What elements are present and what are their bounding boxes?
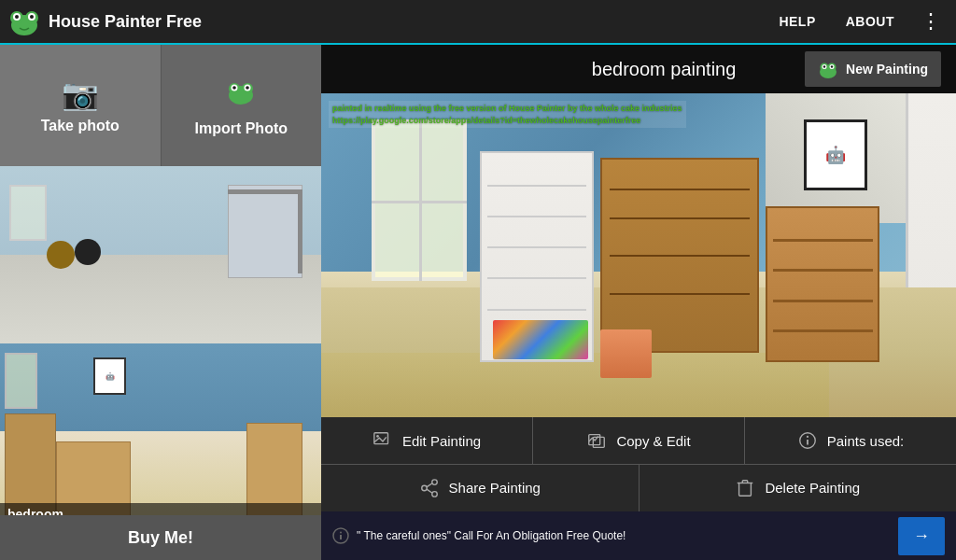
take-photo-label: Take photo [41, 118, 120, 134]
copy-edit-icon [586, 430, 607, 451]
thumbnails-list: 🤖 bedroom [0, 166, 321, 515]
delete-painting-label: Delete Painting [765, 479, 860, 497]
notification-arrow-label: → [913, 526, 930, 545]
share-painting-label: Share Painting [449, 479, 541, 497]
action-row-1: Edit Painting Copy & Edit [321, 417, 956, 465]
svg-point-28 [431, 480, 437, 485]
trash-icon [735, 478, 755, 498]
svg-point-29 [421, 485, 427, 491]
copy-edit-label: Copy & Edit [616, 433, 690, 449]
share-painting-button[interactable]: Share Painting [321, 465, 640, 511]
new-painting-button[interactable]: New Painting [805, 51, 941, 87]
app-logo-area: House Painter Free [7, 5, 767, 38]
copy-edit-button[interactable]: Copy & Edit [533, 417, 745, 464]
import-frog-icon [224, 75, 258, 108]
thumbnail-item[interactable]: 🤖 bedroom [0, 343, 321, 515]
svg-point-19 [823, 65, 825, 67]
buy-button[interactable]: Buy Me! [0, 515, 321, 560]
take-photo-button[interactable]: 📷 Take photo [0, 45, 162, 166]
paints-used-button[interactable]: Paints used: [745, 417, 956, 464]
import-icon [224, 75, 258, 115]
edit-painting-icon [373, 430, 393, 451]
main-layout: 📷 Take photo Import Photo [0, 45, 956, 560]
new-painting-label: New Painting [846, 62, 928, 77]
svg-point-35 [340, 532, 342, 534]
watermark-line2: https://play.google.com/store/apps/detai… [332, 115, 682, 127]
edit-painting-button[interactable]: Edit Painting [321, 417, 533, 464]
action-bar: Edit Painting Copy & Edit [321, 417, 956, 511]
watermark-line1: painted in realtime using the free versi… [332, 103, 682, 115]
right-top-bar: bedroom painting New Painting [321, 45, 956, 93]
info-icon [797, 430, 818, 451]
svg-line-31 [427, 483, 432, 487]
notification-text: " The careful ones" Call For An Obligati… [357, 528, 891, 544]
photo-buttons-bar: 📷 Take photo Import Photo [0, 45, 321, 166]
help-button[interactable]: HELP [767, 8, 826, 35]
camera-icon: 📷 [62, 77, 99, 112]
edit-painting-label: Edit Painting [402, 433, 481, 449]
app-title: House Painter Free [49, 12, 202, 32]
thumbnail-image-1 [0, 166, 321, 343]
delete-painting-button[interactable]: Delete Painting [640, 465, 957, 511]
paints-used-label: Paints used: [827, 433, 905, 449]
svg-point-5 [15, 15, 19, 19]
svg-point-12 [232, 86, 236, 90]
app-logo-icon [7, 5, 41, 38]
main-painting-area: 🤖 painted in realtime using the free ver… [321, 93, 956, 417]
import-photo-label: Import Photo [194, 120, 288, 137]
share-icon [419, 478, 440, 498]
action-row-2: Share Painting Delete Painting [321, 465, 956, 511]
thumbnail-image-2: 🤖 [0, 343, 321, 515]
watermark-text: painted in realtime using the free versi… [329, 101, 686, 128]
import-photo-button[interactable]: Import Photo [162, 45, 322, 166]
overflow-menu-button[interactable]: ⋮ [913, 6, 949, 37]
svg-point-27 [807, 436, 808, 438]
top-bar-actions: HELP ABOUT ⋮ [767, 6, 949, 37]
notification-info-icon [332, 527, 349, 544]
svg-point-6 [30, 15, 34, 19]
about-button[interactable]: ABOUT [835, 8, 906, 35]
svg-point-30 [431, 492, 437, 497]
new-painting-icon [818, 59, 838, 79]
svg-point-22 [376, 435, 379, 438]
svg-rect-24 [594, 437, 605, 447]
notification-arrow-button[interactable]: → [898, 517, 945, 555]
left-panel: 📷 Take photo Import Photo [0, 45, 321, 560]
right-panel: bedroom painting New Painting [321, 45, 956, 560]
svg-line-32 [427, 489, 432, 493]
painting-title: bedroom painting [523, 59, 805, 80]
thumbnail-label: bedroom [0, 503, 321, 515]
svg-point-20 [831, 65, 833, 67]
notification-bar: " The careful ones" Call For An Obligati… [321, 511, 956, 560]
thumbnail-item[interactable] [0, 166, 321, 343]
top-bar: House Painter Free HELP ABOUT ⋮ [0, 0, 956, 45]
svg-point-13 [246, 86, 249, 90]
